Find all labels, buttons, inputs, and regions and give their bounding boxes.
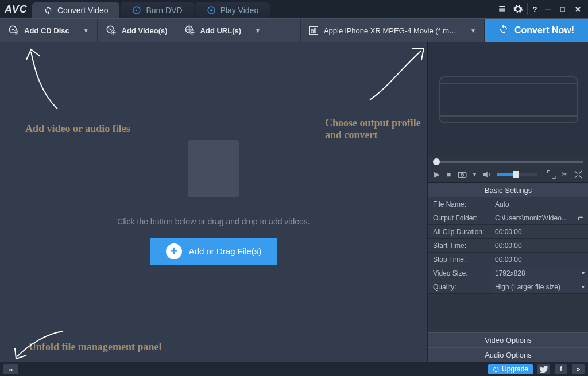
value: 00:00:00 [490, 225, 588, 238]
volume-icon[interactable] [482, 169, 492, 180]
upgrade-button[interactable]: ⭮Upgrade [488, 364, 533, 374]
disc-icon [132, 6, 141, 15]
drop-area[interactable]: Click the button below or drag and drop … [0, 42, 427, 362]
main-toolbar: Add CD Disc ▼ Add Video(s) Add URL(s) ▼ … [0, 18, 588, 42]
annotation-arrow-icon [364, 42, 433, 106]
detach-button[interactable] [546, 169, 556, 180]
label: All Clip Duration: [428, 225, 490, 238]
help-icon[interactable]: ? [527, 3, 539, 15]
film-icon [188, 140, 239, 197]
annotation-arrow-icon [23, 46, 69, 115]
label: File Name: [428, 197, 490, 211]
twitter-button[interactable] [537, 364, 550, 374]
facebook-button[interactable]: f [555, 364, 567, 374]
globe-plus-icon [184, 25, 195, 37]
snapshot-button[interactable] [457, 169, 467, 180]
disc-plus-icon [8, 25, 18, 37]
button-label: Add CD Disc [24, 26, 69, 35]
audio-options-header[interactable]: Audio Options [428, 347, 588, 362]
fullscreen-button[interactable] [573, 169, 583, 180]
menu-icon[interactable] [497, 3, 509, 15]
chevron-down-icon: ▼ [255, 28, 261, 34]
folder-icon[interactable]: 🗀 [578, 214, 585, 222]
annotation-add-files: Add video or audio files [25, 123, 130, 135]
chevron-down-icon: ▾ [582, 284, 585, 290]
add-videos-button[interactable]: Add Video(s) [98, 19, 176, 42]
video-plus-icon [106, 25, 116, 37]
row-file-name: File Name: Auto [428, 197, 588, 211]
upgrade-icon: ⭮ [493, 365, 500, 373]
maximize-button[interactable]: □ [557, 3, 568, 15]
button-label: Add Video(s) [122, 26, 168, 35]
row-quality: Quality: High (Larger file size)▾ [428, 280, 588, 294]
row-output-folder: Output Folder: C:\Users\moniz\Videos…🗀 [428, 211, 588, 225]
right-panel: ▶ ■ ▼ ✂ Basic Settings File Name: Auto O… [427, 42, 588, 362]
annotation-arrow-icon [11, 328, 69, 362]
annotation-unfold-panel: Unfold file management panel [29, 341, 162, 353]
chevron-down-icon: ▼ [470, 28, 476, 34]
tab-label: Convert Video [57, 6, 108, 15]
add-or-drag-files-button[interactable]: + Add or Drag File(s) [150, 238, 278, 265]
stop-button[interactable]: ■ [445, 169, 452, 180]
video-size-dropdown[interactable]: 1792x828▾ [490, 266, 588, 280]
volume-slider[interactable] [497, 173, 537, 176]
svg-rect-11 [458, 172, 466, 177]
row-stop-time: Stop Time: 00:00:00 [428, 253, 588, 266]
gear-icon[interactable] [512, 3, 524, 15]
status-bar: « ⭮Upgrade f » [0, 362, 588, 376]
seek-knob[interactable] [433, 158, 440, 165]
chevron-down-icon: ▼ [83, 28, 89, 34]
settings-spacer [428, 294, 588, 332]
row-start-time: Start Time: 00:00:00 [428, 239, 588, 253]
tab-play-video[interactable]: Play Video [195, 2, 270, 18]
value[interactable]: C:\Users\moniz\Videos…🗀 [490, 211, 588, 224]
player-controls: ▶ ■ ▼ ✂ [428, 166, 588, 183]
seek-track [433, 161, 583, 163]
minimize-button[interactable]: ─ [542, 3, 554, 15]
output-profile-dropdown[interactable]: all Apple iPhone XR MPEG-4 Movie (*.m… ▼ [300, 19, 485, 42]
tab-label: Play Video [220, 6, 259, 15]
label: Output Folder: [428, 211, 490, 224]
tab-convert-video[interactable]: Convert Video [32, 2, 119, 18]
preview-panel [428, 42, 588, 157]
chevron-down-icon: ▾ [582, 270, 585, 276]
primary-tabs: Convert Video Burn DVD Play Video [32, 0, 497, 18]
film-strip-icon [434, 65, 583, 134]
profile-label: Apple iPhone XR MPEG-4 Movie (*.m… [324, 26, 457, 35]
svg-point-4 [12, 28, 14, 30]
tab-burn-dvd[interactable]: Burn DVD [121, 2, 194, 18]
titlebar: AVC Convert Video Burn DVD Play Video ? … [0, 0, 588, 18]
add-urls-button[interactable]: Add URL(s) ▼ [176, 19, 269, 42]
button-label: Add URL(s) [200, 26, 242, 35]
cut-button[interactable]: ✂ [561, 169, 568, 180]
play-icon [207, 6, 216, 15]
convert-now-button[interactable]: Convert Now! [485, 19, 588, 42]
row-video-size: Video Size: 1792x828▾ [428, 266, 588, 280]
seek-bar[interactable] [428, 157, 588, 166]
svg-point-12 [461, 173, 464, 176]
basic-settings-header[interactable]: Basic Settings [428, 183, 588, 197]
quality-dropdown[interactable]: High (Larger file size)▾ [490, 280, 588, 293]
value[interactable]: 00:00:00 [490, 239, 588, 252]
svg-point-1 [136, 10, 138, 11]
button-label: Add or Drag File(s) [189, 246, 262, 256]
all-format-icon: all [309, 26, 318, 35]
label: Start Time: [428, 239, 490, 252]
more-button[interactable]: » [572, 364, 585, 374]
plus-icon: + [166, 243, 182, 259]
add-cd-disc-button[interactable]: Add CD Disc ▼ [0, 19, 98, 42]
button-label: Convert Now! [514, 25, 574, 36]
basic-settings-table: File Name: Auto Output Folder: C:\Users\… [428, 197, 588, 294]
tab-label: Burn DVD [146, 6, 182, 15]
value[interactable]: 00:00:00 [490, 253, 588, 266]
value[interactable]: Auto [490, 197, 588, 211]
label: Stop Time: [428, 253, 490, 266]
play-button[interactable]: ▶ [433, 169, 440, 180]
label: Quality: [428, 280, 490, 293]
unfold-panel-button[interactable]: « [3, 364, 18, 374]
close-button[interactable]: ✕ [572, 3, 583, 15]
video-options-header[interactable]: Video Options [428, 332, 588, 347]
window-controls: ? ─ □ ✕ [497, 3, 588, 15]
chevron-down-icon[interactable]: ▼ [472, 172, 477, 177]
body: Click the button below or drag and drop … [0, 42, 588, 362]
